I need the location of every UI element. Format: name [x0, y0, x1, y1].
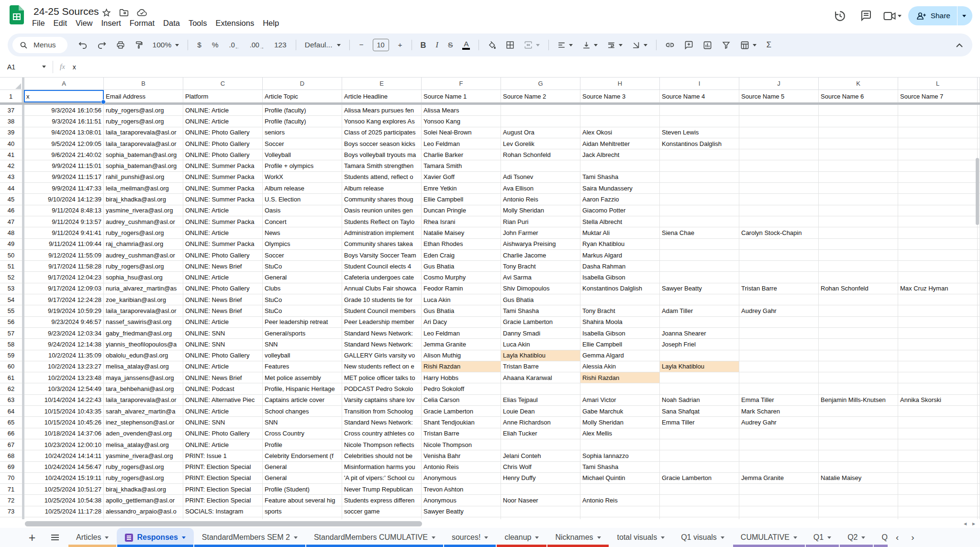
cell-r46-c0[interactable]: 9/11/2024 8:48:13: [24, 205, 104, 216]
cell-r62-c9[interactable]: [739, 383, 819, 394]
cell-r40-c8[interactable]: Konstantinos Dalglish: [660, 138, 739, 149]
cell-r59-c6[interactable]: Layla Khatiblou: [501, 350, 580, 361]
cell-r56-c4[interactable]: Peer Leadership member: [342, 317, 422, 328]
cell-r48-c6[interactable]: John Farmer: [501, 227, 580, 238]
cell-r54-c5[interactable]: Luca Akin: [422, 294, 501, 305]
cell-r41-c2[interactable]: ONLINE: Photo Gallery: [183, 149, 263, 160]
cell-r53-c3[interactable]: Clubs: [263, 283, 342, 294]
cell-r50-c8[interactable]: [660, 250, 739, 261]
cell-r42-c4[interactable]: Tamara Smith strengthen: [342, 160, 422, 171]
cell-r54-c8[interactable]: [660, 294, 739, 305]
cell-r67-c7[interactable]: [580, 439, 660, 450]
cell-r63-c4[interactable]: Varsity captains share lov: [342, 395, 422, 406]
cell-r45-c9[interactable]: [739, 194, 819, 205]
cell-r56-c10[interactable]: [819, 317, 898, 328]
cell-r1-c8[interactable]: Source Name 4: [660, 90, 739, 102]
cell-r66-c6[interactable]: Eliah Tucker: [501, 428, 580, 439]
cell-r44-c2[interactable]: ONLINE: Summer Packa: [183, 183, 263, 194]
row-header-62[interactable]: 62: [0, 383, 22, 394]
cell-r44-c8[interactable]: [660, 183, 739, 194]
cell-r59-c2[interactable]: ONLINE: Photo Gallery: [183, 350, 263, 361]
sheets-logo-icon[interactable]: [10, 5, 24, 24]
cell-r58-c3[interactable]: SNN: [263, 339, 342, 350]
row-header-40[interactable]: 40: [0, 138, 22, 149]
cell-r68-c9[interactable]: [739, 450, 819, 461]
cell-r61-c0[interactable]: 10/2/2024 13:23:48: [24, 372, 104, 383]
cell-r54-c6[interactable]: Gus Bhatia: [501, 294, 580, 305]
cell-r41-c11[interactable]: [898, 149, 978, 160]
cell-r69-c2[interactable]: PRINT: Election Special: [183, 462, 263, 473]
cell-r52-c1[interactable]: sophia_hsu@asl.org: [104, 272, 183, 283]
cell-r72-c1[interactable]: apollo_gettleman@asl.or: [104, 495, 183, 506]
cell-r49-c9[interactable]: [739, 239, 819, 250]
cell-r65-c7[interactable]: Molly Sheridan: [580, 417, 660, 428]
column-header-G[interactable]: G: [501, 77, 580, 90]
cell-r62-c1[interactable]: tara_behbehani@asl.org: [104, 383, 183, 394]
cell-r53-c8[interactable]: Sawyer Beatty: [660, 283, 739, 294]
cell-sliver[interactable]: [978, 227, 980, 238]
sheet-tab-q1[interactable]: Q1: [805, 528, 839, 547]
cell-r69-c8[interactable]: [660, 462, 739, 473]
cloud-status-icon[interactable]: [137, 9, 147, 17]
cell-r42-c2[interactable]: ONLINE: Summer Packa: [183, 160, 263, 171]
cell-r72-c4[interactable]: Students express differen: [342, 495, 422, 506]
cell-r52-c11[interactable]: [898, 272, 978, 283]
cell-r41-c10[interactable]: [819, 149, 898, 160]
cell-sliver[interactable]: [978, 395, 980, 406]
cell-r38-c8[interactable]: [660, 116, 739, 127]
cell-r61-c2[interactable]: ONLINE: News Brief: [183, 372, 263, 383]
cell-r68-c11[interactable]: [898, 450, 978, 461]
format-currency-button[interactable]: $: [192, 37, 207, 53]
cell-r49-c3[interactable]: Olympics: [263, 239, 342, 250]
cell-r69-c7[interactable]: Tami Shasha: [580, 462, 660, 473]
cell-r57-c10[interactable]: [819, 328, 898, 339]
cell-r64-c6[interactable]: Louie Dean: [501, 406, 580, 417]
select-all-corner[interactable]: [15, 83, 21, 89]
grid-table[interactable]: ABCDEFGHIJKL1xEmail AddressPlatformArtic…: [0, 77, 980, 519]
cell-r59-c4[interactable]: GALLERY Girls varsity vo: [342, 350, 422, 361]
cell-r45-c1[interactable]: biraj_khadka@asl.org: [104, 194, 183, 205]
cell-r58-c0[interactable]: 9/24/2024 12:14:38: [24, 339, 104, 350]
cell-r38-c6[interactable]: [501, 116, 580, 127]
row-header-69[interactable]: 69: [0, 462, 22, 473]
column-header-D[interactable]: D: [263, 77, 342, 90]
cell-r68-c6[interactable]: Jelani Conteh: [501, 450, 580, 461]
cell-r70-c0[interactable]: 10/24/2024 15:19:11: [24, 473, 104, 484]
cell-r65-c5[interactable]: Shant Tendjoukian: [422, 417, 501, 428]
cell-r51-c0[interactable]: 9/17/2024 11:58:28: [24, 261, 104, 272]
cell-r68-c1[interactable]: yasmine_rivera@asl.org: [104, 450, 183, 461]
cell-r47-c9[interactable]: [739, 216, 819, 227]
cell-r69-c6[interactable]: Chris Wolf: [501, 462, 580, 473]
cell-sliver[interactable]: [978, 383, 980, 394]
cell-r37-c4[interactable]: Alissa Mears pursues fen: [342, 105, 422, 116]
undo-button[interactable]: [73, 37, 92, 53]
cell-r38-c5[interactable]: Yonsoo Kang: [422, 116, 501, 127]
menu-extensions[interactable]: Extensions: [211, 18, 258, 28]
merge-cells-button[interactable]: [519, 37, 545, 53]
bold-button[interactable]: B: [416, 37, 431, 53]
cell-r70-c4[interactable]: 'A pit of vipers:' School cu: [342, 473, 422, 484]
cell-r59-c3[interactable]: volleyball: [263, 350, 342, 361]
cell-r54-c0[interactable]: 9/17/2024 12:24:28: [24, 294, 104, 305]
cell-r73-c1[interactable]: alessandro_arpaio@asl.o: [104, 506, 183, 517]
cell-r38-c10[interactable]: [819, 116, 898, 127]
horizontal-scrollbar-thumb[interactable]: [25, 521, 422, 526]
cell-r52-c8[interactable]: [660, 272, 739, 283]
cell-r71-c10[interactable]: [819, 484, 898, 495]
cell-sliver[interactable]: [978, 328, 980, 339]
cell-r63-c5[interactable]: Celia Carson: [422, 395, 501, 406]
meet-dropdown-icon[interactable]: [898, 15, 902, 17]
insert-comment-button[interactable]: [679, 37, 698, 53]
cell-r70-c6[interactable]: Henry Duffy: [501, 473, 580, 484]
cell-r46-c6[interactable]: Molly Sheridan: [501, 205, 580, 216]
cell-r37-c0[interactable]: 9/3/2024 16:10:56: [24, 105, 104, 116]
cell-r69-c11[interactable]: [898, 462, 978, 473]
cell-r43-c0[interactable]: 9/9/2024 11:15:17: [24, 172, 104, 183]
cell-r62-c5[interactable]: Pedro Sokoloff: [422, 383, 501, 394]
cell-r65-c6[interactable]: Anne Richardson: [501, 417, 580, 428]
more-formats-button[interactable]: 123: [269, 37, 292, 53]
vertical-align-button[interactable]: [578, 37, 602, 53]
cell-r63-c11[interactable]: Annika Skorski: [898, 395, 978, 406]
row-header-59[interactable]: 59: [0, 350, 22, 361]
menu-file[interactable]: File: [28, 18, 49, 28]
